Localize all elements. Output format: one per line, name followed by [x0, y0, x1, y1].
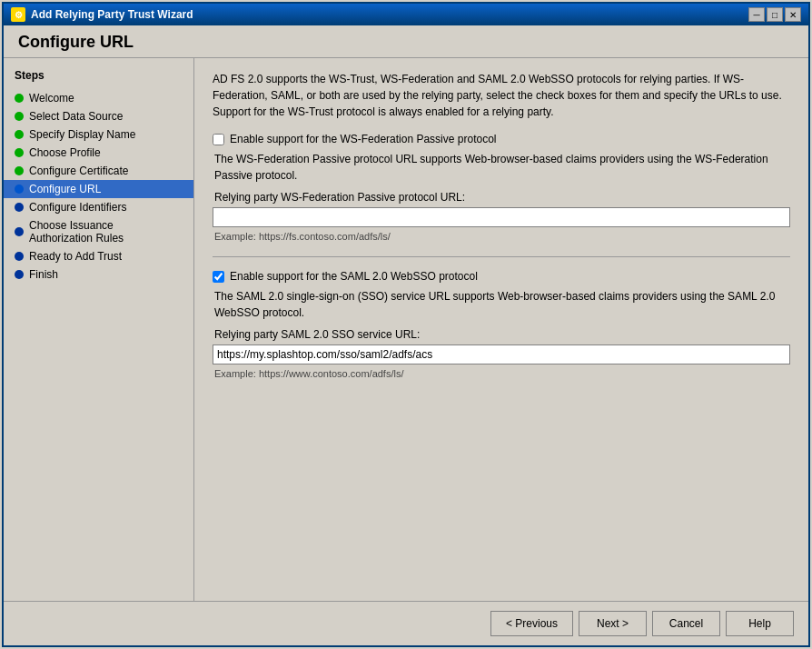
ws-federation-description: The WS-Federation Passive protocol URL s…	[213, 151, 790, 184]
sidebar-item-choose-profile[interactable]: Choose Profile	[4, 144, 193, 162]
saml-checkbox-row: Enable support for the SAML 2.0 WebSSO p…	[213, 270, 790, 283]
saml-checkbox-label: Enable support for the SAML 2.0 WebSSO p…	[230, 270, 478, 283]
sidebar-label-configure-certificate: Configure Certificate	[29, 165, 128, 177]
sidebar-item-select-data-source[interactable]: Select Data Source	[4, 107, 193, 125]
close-button[interactable]: ✕	[785, 7, 801, 22]
sidebar-label-configure-identifiers: Configure Identifiers	[29, 201, 126, 214]
sidebar-item-choose-issuance[interactable]: Choose IssuanceAuthorization Rules	[4, 216, 193, 247]
ws-federation-checkbox-row: Enable support for the WS-Federation Pas…	[213, 133, 790, 145]
minimize-button[interactable]: ─	[748, 7, 765, 22]
saml-section: Enable support for the SAML 2.0 WebSSO p…	[213, 270, 790, 379]
sidebar-item-configure-identifiers[interactable]: Configure Identifiers	[4, 198, 193, 216]
title-bar-controls: ─ □ ✕	[748, 7, 801, 22]
dot-choose-issuance	[15, 227, 24, 236]
sidebar-item-configure-certificate[interactable]: Configure Certificate	[4, 162, 193, 180]
saml-description: The SAML 2.0 single-sign-on (SSO) servic…	[213, 288, 790, 321]
sidebar-label-configure-url: Configure URL	[29, 183, 101, 195]
title-bar: ⚙ Add Relying Party Trust Wizard ─ □ ✕	[4, 4, 808, 25]
window-title: Add Relying Party Trust Wizard	[31, 8, 193, 21]
dot-choose-profile	[15, 148, 24, 157]
dot-specify-display-name	[15, 130, 24, 139]
maximize-button[interactable]: □	[767, 7, 783, 22]
previous-button[interactable]: < Previous	[490, 611, 573, 636]
ws-federation-checkbox-label: Enable support for the WS-Federation Pas…	[230, 133, 496, 145]
dot-welcome	[15, 94, 24, 103]
dot-configure-url	[15, 185, 24, 194]
sidebar: Steps Welcome Select Data Source Specify…	[4, 58, 194, 601]
cancel-button[interactable]: Cancel	[652, 611, 720, 636]
saml-field-label: Relying party SAML 2.0 SSO service URL:	[213, 328, 790, 341]
next-button[interactable]: Next >	[579, 611, 647, 636]
sidebar-label-choose-issuance: Choose IssuanceAuthorization Rules	[29, 219, 124, 245]
sidebar-item-configure-url[interactable]: Configure URL	[4, 180, 193, 198]
dot-configure-identifiers	[15, 203, 24, 212]
saml-url-input[interactable]	[213, 344, 790, 364]
main-content: Steps Welcome Select Data Source Specify…	[4, 58, 808, 601]
help-button[interactable]: Help	[726, 611, 794, 636]
ws-federation-url-input[interactable]	[213, 207, 790, 227]
sidebar-label-choose-profile: Choose Profile	[29, 146, 101, 159]
dot-configure-certificate	[15, 166, 24, 175]
sidebar-label-finish: Finish	[29, 268, 58, 281]
window-icon: ⚙	[11, 7, 25, 22]
sidebar-item-ready-to-add[interactable]: Ready to Add Trust	[4, 247, 193, 265]
sidebar-item-specify-display-name[interactable]: Specify Display Name	[4, 125, 193, 144]
footer: < Previous Next > Cancel Help	[4, 601, 808, 645]
saml-example: Example: https://www.contoso.com/adfs/ls…	[213, 368, 790, 379]
sidebar-item-welcome[interactable]: Welcome	[4, 89, 193, 107]
sidebar-label-welcome: Welcome	[29, 92, 74, 105]
ws-federation-example: Example: https://fs.contoso.com/adfs/ls/	[213, 231, 790, 242]
dot-select-data-source	[15, 112, 24, 121]
ws-federation-field-label: Relying party WS-Federation Passive prot…	[213, 191, 790, 204]
sidebar-title: Steps	[4, 65, 193, 89]
main-description: AD FS 2.0 supports the WS-Trust, WS-Fede…	[213, 71, 790, 120]
sidebar-item-finish[interactable]: Finish	[4, 265, 193, 284]
content-area: AD FS 2.0 supports the WS-Trust, WS-Fede…	[194, 58, 808, 601]
title-bar-left: ⚙ Add Relying Party Trust Wizard	[11, 7, 193, 22]
wizard-window: ⚙ Add Relying Party Trust Wizard ─ □ ✕ C…	[2, 2, 810, 647]
sidebar-label-specify-display-name: Specify Display Name	[29, 128, 135, 141]
section-divider	[213, 256, 790, 257]
page-title: Configure URL	[4, 25, 808, 58]
sidebar-label-select-data-source: Select Data Source	[29, 110, 123, 123]
dot-finish	[15, 270, 24, 279]
sidebar-label-ready-to-add: Ready to Add Trust	[29, 250, 122, 263]
dot-ready-to-add	[15, 252, 24, 261]
saml-checkbox[interactable]	[213, 271, 224, 283]
ws-federation-checkbox[interactable]	[213, 134, 224, 145]
ws-federation-section: Enable support for the WS-Federation Pas…	[213, 133, 790, 242]
